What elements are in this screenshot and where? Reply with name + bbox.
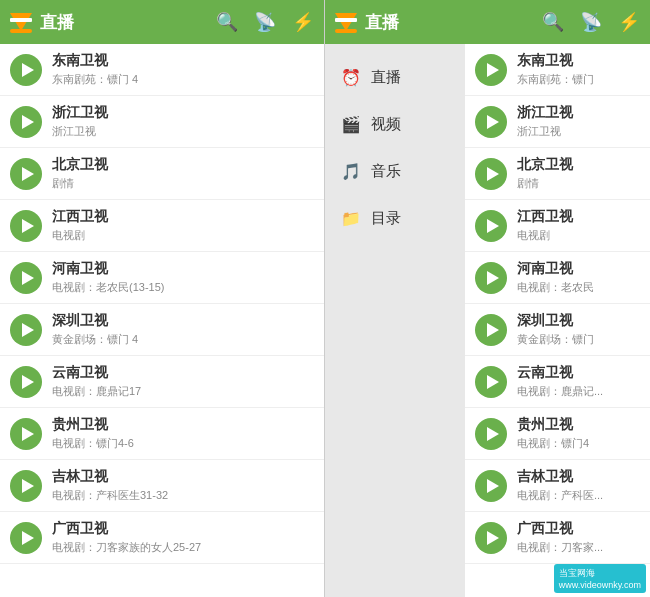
channel-program: 黄金剧场：镖门 bbox=[517, 332, 640, 347]
menu-item-label: 直播 bbox=[371, 68, 401, 87]
channel-info: 深圳卫视 黄金剧场：镖门 4 bbox=[52, 312, 314, 347]
channel-program: 电视剧：鹿鼎记... bbox=[517, 384, 640, 399]
play-btn[interactable] bbox=[10, 470, 42, 502]
channel-name: 浙江卫视 bbox=[517, 104, 640, 122]
channel-item-left-7[interactable]: 贵州卫视 电视剧：镖门4-6 bbox=[0, 408, 324, 460]
play-btn[interactable] bbox=[475, 470, 507, 502]
play-btn[interactable] bbox=[10, 106, 42, 138]
search-icon-left[interactable]: 🔍 bbox=[216, 11, 238, 33]
channel-info: 浙江卫视 浙江卫视 bbox=[517, 104, 640, 139]
cast-icon-left[interactable]: ⚡ bbox=[292, 11, 314, 33]
channel-item-left-5[interactable]: 深圳卫视 黄金剧场：镖门 4 bbox=[0, 304, 324, 356]
play-btn[interactable] bbox=[10, 418, 42, 450]
channel-item-left-4[interactable]: 河南卫视 电视剧：老农民(13-15) bbox=[0, 252, 324, 304]
play-btn[interactable] bbox=[475, 366, 507, 398]
cast-icon-right[interactable]: ⚡ bbox=[618, 11, 640, 33]
left-channel-list: 东南卫视 东南剧苑：镖门 4 浙江卫视 浙江卫视 北京卫视 剧情 bbox=[0, 44, 324, 597]
channel-info: 贵州卫视 电视剧：镖门4 bbox=[517, 416, 640, 451]
channel-name: 北京卫视 bbox=[52, 156, 314, 174]
clock-icon: ⏰ bbox=[341, 68, 361, 87]
menu-item-1[interactable]: 🎬 视频 bbox=[325, 101, 465, 148]
channel-info: 云南卫视 电视剧：鹿鼎记... bbox=[517, 364, 640, 399]
right-header: 直播 🔍 📡 ⚡ bbox=[325, 0, 650, 44]
play-btn[interactable] bbox=[475, 106, 507, 138]
channel-name: 吉林卫视 bbox=[52, 468, 314, 486]
channel-name: 广西卫视 bbox=[517, 520, 640, 538]
channel-name: 贵州卫视 bbox=[52, 416, 314, 434]
channel-program: 东南剧苑：镖门 bbox=[517, 72, 640, 87]
channel-item-right-3[interactable]: 江西卫视 电视剧 bbox=[465, 200, 650, 252]
left-panel: 直播 🔍 📡 ⚡ 东南卫视 东南剧苑：镖门 4 浙江卫视 浙江卫视 bbox=[0, 0, 325, 597]
channel-program: 电视剧：镖门4 bbox=[517, 436, 640, 451]
channel-name: 深圳卫视 bbox=[517, 312, 640, 330]
channel-item-right-1[interactable]: 浙江卫视 浙江卫视 bbox=[465, 96, 650, 148]
channel-item-left-1[interactable]: 浙江卫视 浙江卫视 bbox=[0, 96, 324, 148]
play-btn[interactable] bbox=[10, 158, 42, 190]
play-btn[interactable] bbox=[10, 522, 42, 554]
channel-name: 贵州卫视 bbox=[517, 416, 640, 434]
channel-info: 广西卫视 电视剧：刀客家... bbox=[517, 520, 640, 555]
right-channel-list: 东南卫视 东南剧苑：镖门 浙江卫视 浙江卫视 北京卫视 剧情 bbox=[465, 44, 650, 597]
channel-name: 北京卫视 bbox=[517, 156, 640, 174]
wifi-icon-right[interactable]: 📡 bbox=[580, 11, 602, 33]
channel-item-right-0[interactable]: 东南卫视 东南剧苑：镖门 bbox=[465, 44, 650, 96]
play-btn[interactable] bbox=[10, 54, 42, 86]
menu-item-3[interactable]: 📁 目录 bbox=[325, 195, 465, 242]
channel-info: 吉林卫视 电视剧：产科医生31-32 bbox=[52, 468, 314, 503]
music-icon: 🎵 bbox=[341, 162, 361, 181]
play-btn[interactable] bbox=[10, 210, 42, 242]
channel-item-left-3[interactable]: 江西卫视 电视剧 bbox=[0, 200, 324, 252]
channel-item-right-6[interactable]: 云南卫视 电视剧：鹿鼎记... bbox=[465, 356, 650, 408]
channel-item-right-5[interactable]: 深圳卫视 黄金剧场：镖门 bbox=[465, 304, 650, 356]
play-btn[interactable] bbox=[475, 314, 507, 346]
channel-name: 江西卫视 bbox=[52, 208, 314, 226]
channel-item-left-8[interactable]: 吉林卫视 电视剧：产科医生31-32 bbox=[0, 460, 324, 512]
search-icon-right[interactable]: 🔍 bbox=[542, 11, 564, 33]
channel-info: 吉林卫视 电视剧：产科医... bbox=[517, 468, 640, 503]
channel-program: 剧情 bbox=[517, 176, 640, 191]
channel-info: 江西卫视 电视剧 bbox=[517, 208, 640, 243]
channel-info: 贵州卫视 电视剧：镖门4-6 bbox=[52, 416, 314, 451]
channel-name: 浙江卫视 bbox=[52, 104, 314, 122]
channel-item-right-4[interactable]: 河南卫视 电视剧：老农民 bbox=[465, 252, 650, 304]
wifi-icon-left[interactable]: 📡 bbox=[254, 11, 276, 33]
channel-program: 电视剧：老农民 bbox=[517, 280, 640, 295]
channel-name: 河南卫视 bbox=[52, 260, 314, 278]
channel-program: 东南剧苑：镖门 4 bbox=[52, 72, 314, 87]
play-btn[interactable] bbox=[10, 262, 42, 294]
play-btn[interactable] bbox=[475, 54, 507, 86]
channel-info: 河南卫视 电视剧：老农民(13-15) bbox=[52, 260, 314, 295]
folder-icon: 📁 bbox=[341, 209, 361, 228]
play-btn[interactable] bbox=[10, 366, 42, 398]
channel-item-right-8[interactable]: 吉林卫视 电视剧：产科医... bbox=[465, 460, 650, 512]
channel-info: 东南卫视 东南剧苑：镖门 bbox=[517, 52, 640, 87]
channel-name: 东南卫视 bbox=[52, 52, 314, 70]
channel-item-left-0[interactable]: 东南卫视 东南剧苑：镖门 4 bbox=[0, 44, 324, 96]
play-btn[interactable] bbox=[475, 262, 507, 294]
menu-item-0[interactable]: ⏰ 直播 bbox=[325, 54, 465, 101]
channel-name: 吉林卫视 bbox=[517, 468, 640, 486]
play-btn[interactable] bbox=[475, 418, 507, 450]
channel-item-right-9[interactable]: 广西卫视 电视剧：刀客家... bbox=[465, 512, 650, 564]
menu-item-label: 音乐 bbox=[371, 162, 401, 181]
menu-item-2[interactable]: 🎵 音乐 bbox=[325, 148, 465, 195]
channel-program: 电视剧：产科医生31-32 bbox=[52, 488, 314, 503]
play-btn[interactable] bbox=[10, 314, 42, 346]
vlc-logo-right bbox=[335, 11, 357, 33]
channel-item-left-6[interactable]: 云南卫视 电视剧：鹿鼎记17 bbox=[0, 356, 324, 408]
channel-item-left-2[interactable]: 北京卫视 剧情 bbox=[0, 148, 324, 200]
channel-name: 云南卫视 bbox=[52, 364, 314, 382]
channel-item-right-2[interactable]: 北京卫视 剧情 bbox=[465, 148, 650, 200]
channel-info: 东南卫视 东南剧苑：镖门 4 bbox=[52, 52, 314, 87]
channel-program: 浙江卫视 bbox=[517, 124, 640, 139]
left-header: 直播 🔍 📡 ⚡ bbox=[0, 0, 324, 44]
channel-program: 电视剧：镖门4-6 bbox=[52, 436, 314, 451]
play-btn[interactable] bbox=[475, 210, 507, 242]
channel-info: 北京卫视 剧情 bbox=[517, 156, 640, 191]
channel-program: 电视剧 bbox=[52, 228, 314, 243]
play-btn[interactable] bbox=[475, 522, 507, 554]
right-panel: 直播 🔍 📡 ⚡ ⏰ 直播 🎬 视频 🎵 音乐 📁 目录 东南卫视 bbox=[325, 0, 650, 597]
channel-item-left-9[interactable]: 广西卫视 电视剧：刀客家族的女人25-27 bbox=[0, 512, 324, 564]
channel-item-right-7[interactable]: 贵州卫视 电视剧：镖门4 bbox=[465, 408, 650, 460]
play-btn[interactable] bbox=[475, 158, 507, 190]
